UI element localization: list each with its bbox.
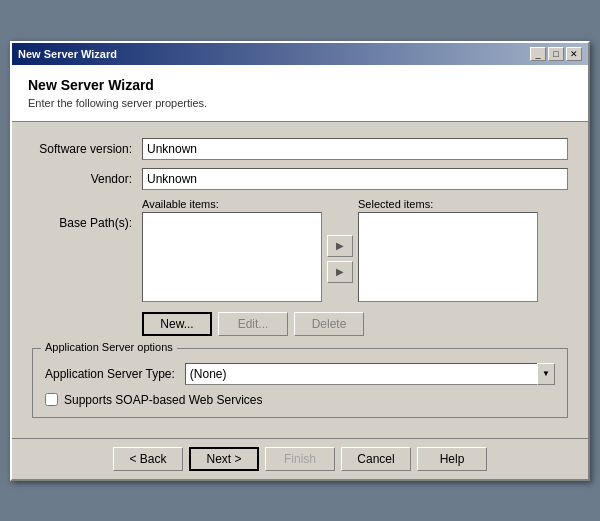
header-text: New Server Wizard Enter the following se… — [28, 77, 207, 109]
move-right-button2[interactable]: ▶ — [327, 261, 353, 283]
new-button[interactable]: New... — [142, 312, 212, 336]
app-server-type-select[interactable]: (None) — [185, 363, 555, 385]
software-version-label: Software version: — [32, 142, 142, 156]
delete-button[interactable]: Delete — [294, 312, 364, 336]
base-paths-row: Base Path(s): Available items: ▶ ▶ — [32, 198, 568, 308]
selected-items-column: Selected items: — [358, 198, 538, 302]
minimize-button[interactable]: _ — [530, 47, 546, 61]
available-items-listbox[interactable] — [142, 212, 322, 302]
title-bar: New Server Wizard _ □ ✕ — [12, 43, 588, 65]
vendor-input[interactable] — [142, 168, 568, 190]
cancel-button[interactable]: Cancel — [341, 447, 411, 471]
title-bar-label: New Server Wizard — [18, 48, 117, 60]
soap-checkbox[interactable] — [45, 393, 58, 406]
content-section: Software version: Vendor: Base Path(s): … — [12, 122, 588, 438]
selected-items-label: Selected items: — [358, 198, 538, 210]
move-right-button1[interactable]: ▶ — [327, 235, 353, 257]
title-bar-controls: _ □ ✕ — [530, 47, 582, 61]
soap-checkbox-label: Supports SOAP-based Web Services — [64, 393, 263, 407]
selected-items-listbox[interactable] — [358, 212, 538, 302]
close-button[interactable]: ✕ — [566, 47, 582, 61]
software-version-input[interactable] — [142, 138, 568, 160]
footer: < Back Next > Finish Cancel Help — [12, 438, 588, 479]
app-server-type-dropdown-wrap: (None) ▼ — [185, 363, 555, 385]
back-button[interactable]: < Back — [113, 447, 183, 471]
app-server-legend: Application Server options — [41, 341, 177, 353]
software-version-row: Software version: — [32, 138, 568, 160]
base-paths-content: Available items: ▶ ▶ Selected items: — [142, 198, 568, 308]
wizard-subtitle: Enter the following server properties. — [28, 97, 207, 109]
dialog-body: Software version: Vendor: Base Path(s): … — [12, 122, 588, 438]
arrow-column: ▶ ▶ — [322, 198, 358, 302]
available-items-column: Available items: — [142, 198, 322, 302]
base-paths-label: Base Path(s): — [32, 198, 142, 230]
vendor-label: Vendor: — [32, 172, 142, 186]
wizard-header: New Server Wizard Enter the following se… — [12, 65, 588, 122]
app-server-type-label: Application Server Type: — [45, 367, 175, 381]
app-server-type-row: Application Server Type: (None) ▼ — [45, 363, 555, 385]
soap-checkbox-row: Supports SOAP-based Web Services — [45, 393, 555, 407]
maximize-button[interactable]: □ — [548, 47, 564, 61]
edit-button[interactable]: Edit... — [218, 312, 288, 336]
items-row: Available items: ▶ ▶ Selected items: — [142, 198, 568, 302]
new-server-wizard-dialog: New Server Wizard _ □ ✕ New Server Wizar… — [10, 41, 590, 481]
finish-button[interactable]: Finish — [265, 447, 335, 471]
help-button[interactable]: Help — [417, 447, 487, 471]
new-edit-delete-row: New... Edit... Delete — [142, 312, 568, 336]
available-items-label: Available items: — [142, 198, 322, 210]
next-button[interactable]: Next > — [189, 447, 259, 471]
vendor-row: Vendor: — [32, 168, 568, 190]
wizard-title: New Server Wizard — [28, 77, 207, 93]
app-server-group: Application Server options Application S… — [32, 348, 568, 418]
